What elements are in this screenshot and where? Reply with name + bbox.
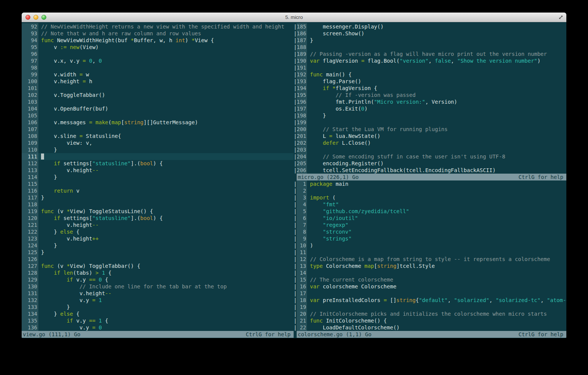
code-line[interactable]: |191 <box>294 64 566 71</box>
code-line[interactable]: |200 // Start the Lua VM for running plu… <box>294 126 566 133</box>
code-line[interactable]: 116 return v <box>22 187 294 194</box>
code-line[interactable]: 134 } else { <box>22 310 294 317</box>
code-line[interactable]: 127func (v *View) ToggleTabbar() { <box>22 263 294 269</box>
code-line[interactable]: |21func InitColorscheme() { <box>294 317 566 324</box>
code-line[interactable]: |10) <box>294 242 566 249</box>
code-line[interactable]: |199 <box>294 119 566 126</box>
code-line[interactable]: 128 if len(tabs) > 1 { <box>22 269 294 276</box>
code-line[interactable]: |14 <box>294 269 566 276</box>
title-bar[interactable]: 5. micro <box>22 13 566 22</box>
code-line[interactable]: 105 <box>22 112 294 119</box>
code-line[interactable]: 120 if settings["statusline"].(bool) { <box>22 215 294 222</box>
code-line[interactable]: |18var preInstalledColors = []string{"de… <box>294 297 566 304</box>
code-line[interactable]: |11 <box>294 249 566 256</box>
code-line[interactable]: 119func (v *View) ToggleStatusLine() { <box>22 208 294 215</box>
code-line[interactable]: 117} <box>22 194 294 201</box>
code-line[interactable]: 131 v.height-- <box>22 290 294 297</box>
code-line[interactable]: |204 // Some encoding stuff in case the … <box>294 153 566 160</box>
code-line[interactable]: 98 <box>22 64 294 71</box>
code-line[interactable]: 104 v.OpenBuffer(buf) <box>22 105 294 112</box>
code-line[interactable]: 125} <box>22 249 294 256</box>
code-line[interactable]: |17 <box>294 290 566 297</box>
code-line[interactable]: |202 defer L.Close() <box>294 139 566 146</box>
code-line[interactable]: 121 v.height-- <box>22 222 294 228</box>
code-line[interactable]: |194 if *flagVersion { <box>294 85 566 92</box>
code-area-micro-go[interactable]: |185 messenger.Display()|186 screen.Show… <box>294 23 566 174</box>
code-line[interactable]: |16var colorscheme Colorscheme <box>294 283 566 290</box>
code-line[interactable]: 129 if v.y == 0 { <box>22 276 294 283</box>
code-line[interactable]: |7 "regexp" <box>294 222 566 228</box>
code-line[interactable]: |185 messenger.Display() <box>294 23 566 30</box>
code-text: func NewViewWidthHeight(buf *Buffer, w, … <box>38 37 294 44</box>
code-line[interactable]: 136 v.y = 0 <box>22 324 294 331</box>
code-line[interactable]: 126 <box>22 256 294 263</box>
code-line[interactable]: |196 fmt.Println("Micro version:", Versi… <box>294 98 566 105</box>
code-line[interactable]: 109 view: v, <box>22 139 294 146</box>
code-area-colorscheme-go[interactable]: |1package main|2|3import (|4 "fmt"|5 "gi… <box>294 180 566 331</box>
code-line[interactable]: |192func main() { <box>294 71 566 78</box>
code-line[interactable]: |22 LoadDefaultColorscheme() <box>294 324 566 331</box>
code-line[interactable]: 132 v.y = 1 <box>22 297 294 304</box>
code-line[interactable]: |6 "io/ioutil" <box>294 215 566 222</box>
code-line[interactable]: 114 } <box>22 174 294 180</box>
code-line[interactable]: |2 <box>294 187 566 194</box>
code-line[interactable]: |205 encoding.Register() <box>294 160 566 167</box>
code-line[interactable]: |195 // If -version was passed <box>294 92 566 98</box>
code-line[interactable]: 101 <box>22 85 294 92</box>
zoom-button[interactable] <box>41 15 46 20</box>
code-line[interactable]: 97 v.x, v.y = 0, 0 <box>22 57 294 64</box>
code-line[interactable]: |1package main <box>294 180 566 187</box>
code-line[interactable]: |13type Colorscheme map[string]tcell.Sty… <box>294 263 566 269</box>
code-area-view-go[interactable]: 92// NewViewWidthHeight returns a new vi… <box>22 23 294 331</box>
resize-icon[interactable] <box>558 14 564 20</box>
code-line[interactable]: |201 L = lua.NewState() <box>294 133 566 139</box>
code-line[interactable]: 106 v.messages = make(map[string][]Gutte… <box>22 119 294 126</box>
code-line[interactable]: 115 <box>22 180 294 187</box>
code-line[interactable]: 93// Note that w and h are raw column an… <box>22 30 294 37</box>
code-line[interactable]: |12// Colorscheme is a map from string t… <box>294 256 566 263</box>
code-line[interactable]: 95 v := new(View) <box>22 44 294 51</box>
code-line[interactable]: |5 "github.com/zyedidia/tcell" <box>294 208 566 215</box>
code-line[interactable]: 110 } <box>22 146 294 153</box>
code-line[interactable]: |8 "strconv" <box>294 228 566 235</box>
code-line[interactable]: 112 if settings["statusline"].(bool) { <box>22 160 294 167</box>
code-line[interactable]: 100 v.height = h <box>22 78 294 85</box>
code-line[interactable]: |203 <box>294 146 566 153</box>
code-line[interactable]: 135 if v.y == 1 { <box>22 317 294 324</box>
code-line[interactable]: |206 tcell.SetEncodingFallback(tcell.Enc… <box>294 167 566 174</box>
code-line[interactable]: |189// Passing -version as a flag will h… <box>294 51 566 57</box>
code-line[interactable]: |186 screen.Show() <box>294 30 566 37</box>
code-line[interactable]: 103 <box>22 98 294 105</box>
code-line[interactable]: |4 "fmt" <box>294 201 566 208</box>
code-line[interactable]: 124 } <box>22 242 294 249</box>
code-line[interactable]: 94func NewViewWidthHeight(buf *Buffer, w… <box>22 37 294 44</box>
code-line[interactable]: |190var flagVersion = flag.Bool("version… <box>294 57 566 64</box>
pane-divider: | <box>294 180 297 187</box>
code-line[interactable]: 107 <box>22 126 294 133</box>
code-line[interactable]: |19 <box>294 304 566 310</box>
code-line[interactable]: |197 os.Exit(0) <box>294 105 566 112</box>
minimize-button[interactable] <box>33 15 38 20</box>
line-number: 121 <box>22 222 38 228</box>
code-line[interactable]: 113 v.height-- <box>22 167 294 174</box>
code-line[interactable]: 108 v.sline = Statusline{ <box>22 133 294 139</box>
code-line[interactable]: 92// NewViewWidthHeight returns a new vi… <box>22 23 294 30</box>
code-line[interactable]: 133 } <box>22 304 294 310</box>
code-line[interactable]: 130 // Include one line for the tab bar … <box>22 283 294 290</box>
code-line[interactable]: |9 "strings" <box>294 235 566 242</box>
close-button[interactable] <box>25 15 30 20</box>
code-line[interactable]: 122 } else { <box>22 228 294 235</box>
code-line[interactable]: 111 <box>22 153 294 160</box>
code-line[interactable]: |198 } <box>294 112 566 119</box>
code-line[interactable]: |15// The current colorscheme <box>294 276 566 283</box>
code-line[interactable]: |3import ( <box>294 194 566 201</box>
code-line[interactable]: |193 flag.Parse() <box>294 78 566 85</box>
code-line[interactable]: 123 v.height++ <box>22 235 294 242</box>
code-line[interactable]: 96 <box>22 51 294 57</box>
code-line[interactable]: |20// InitColorscheme picks and initiali… <box>294 310 566 317</box>
code-line[interactable]: |188 <box>294 44 566 51</box>
code-line[interactable]: |187} <box>294 37 566 44</box>
code-line[interactable]: 102 v.ToggleTabbar() <box>22 92 294 98</box>
code-line[interactable]: 99 v.width = w <box>22 71 294 78</box>
code-line[interactable]: 118 <box>22 201 294 208</box>
